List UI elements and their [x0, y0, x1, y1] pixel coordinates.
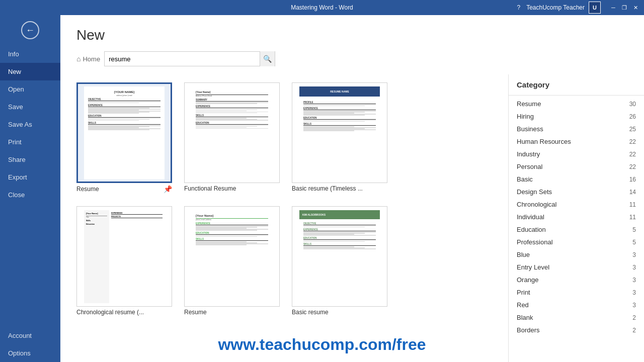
category-item-label: Personal	[517, 163, 542, 170]
category-item[interactable]: Professional5	[509, 236, 644, 248]
category-item-count: 14	[629, 189, 636, 196]
category-header: Category	[509, 74, 644, 96]
category-item-count: 22	[629, 138, 636, 145]
page-title: New	[76, 27, 628, 43]
template-thumb-1: [YOUR NAME] address | phone | email Obje…	[76, 82, 172, 183]
category-item[interactable]: Red3	[509, 299, 644, 311]
category-item-label: Human Resources	[517, 138, 571, 145]
template-thumb-6: KIM ALSOBROOKS Objective Experience	[292, 206, 387, 307]
category-item[interactable]: Orange3	[509, 274, 644, 286]
title-bar: Mastering Word - Word ? TeachUcomp Teach…	[0, 0, 644, 15]
window-controls: ─ ❐ ✕	[609, 3, 640, 12]
main-section: [YOUR NAME] address | phone | email Obje…	[60, 74, 644, 362]
category-item-count: 22	[629, 151, 636, 158]
category-item[interactable]: Education5	[509, 223, 644, 236]
template-label-row-3: Basic resume (Timeless ...	[292, 183, 387, 193]
search-button[interactable]: 🔍	[260, 51, 275, 66]
template-thumb-4: [Your Name] Title Skills	[76, 206, 172, 307]
category-panel: Category Resume30Hiring26Business25Human…	[508, 74, 644, 362]
template-thumb-2: [Your Name] Address | Phone | Email Summ…	[184, 82, 280, 183]
sidebar-item-save[interactable]: Save	[0, 98, 60, 116]
category-item[interactable]: Human Resources22	[509, 135, 644, 148]
category-item-label: Education	[517, 226, 546, 233]
template-card-resume-4[interactable]: [Your Name] Title Skills	[76, 206, 172, 317]
sidebar-item-account[interactable]: Account	[0, 327, 60, 344]
sidebar-item-info[interactable]: Info	[0, 45, 60, 63]
help-button[interactable]: ?	[517, 4, 520, 11]
category-item-label: Chronological	[517, 201, 557, 208]
category-item[interactable]: Business25	[509, 123, 644, 135]
template-label-5: Resume	[184, 309, 207, 316]
minimize-button[interactable]: ─	[609, 3, 618, 12]
home-icon: ⌂	[76, 55, 80, 63]
template-label-4: Chronological resume (...	[76, 309, 144, 316]
category-scroll[interactable]: Resume30Hiring26Business25Human Resource…	[509, 96, 644, 362]
category-item-count: 2	[632, 314, 636, 321]
category-list: Resume30Hiring26Business25Human Resource…	[509, 96, 644, 338]
template-label-row-5: Resume	[184, 307, 280, 317]
category-item[interactable]: Blue3	[509, 248, 644, 261]
category-item-label: Red	[517, 301, 529, 309]
app-body: ← Info New Open Save Save As Print Share…	[0, 15, 644, 362]
category-item-label: Entry Level	[517, 263, 549, 271]
template-card-resume-1[interactable]: [YOUR NAME] address | phone | email Obje…	[76, 82, 172, 194]
category-item[interactable]: Design Sets14	[509, 186, 644, 198]
category-item-count: 3	[632, 302, 636, 309]
sidebar-item-print[interactable]: Print	[0, 133, 60, 151]
category-item[interactable]: Industry22	[509, 148, 644, 160]
category-item[interactable]: Individual11	[509, 211, 644, 223]
category-item-label: Individual	[517, 213, 544, 221]
sidebar-item-open[interactable]: Open	[0, 80, 60, 98]
category-item[interactable]: Chronological11	[509, 198, 644, 211]
template-label-row-4: Chronological resume (...	[76, 307, 172, 317]
category-item[interactable]: Print3	[509, 286, 644, 299]
template-card-resume-5[interactable]: [Your Name] phone | email | address Expe…	[184, 206, 280, 317]
category-item-label: Blue	[517, 251, 530, 258]
category-item[interactable]: Blank2	[509, 311, 644, 324]
search-input[interactable]	[105, 52, 260, 66]
sidebar-item-new[interactable]: New	[0, 63, 60, 80]
category-item-label: Industry	[517, 150, 540, 158]
category-item-count: 30	[629, 101, 636, 108]
sidebar-item-save-as[interactable]: Save As	[0, 116, 60, 133]
template-label-3: Basic resume (Timeless ...	[292, 185, 363, 192]
user-avatar[interactable]: U	[589, 2, 601, 14]
category-item[interactable]: Borders2	[509, 324, 644, 336]
category-item-label: Professional	[517, 238, 553, 246]
category-item-label: Borders	[517, 326, 540, 334]
sidebar-item-close[interactable]: Close	[0, 186, 60, 204]
category-item[interactable]: Hiring26	[509, 110, 644, 123]
title-bar-right: ? TeachUcomp Teacher U ─ ❐ ✕	[517, 2, 640, 14]
close-button[interactable]: ✕	[631, 3, 640, 12]
category-item[interactable]: Resume30	[509, 98, 644, 110]
sidebar-item-export[interactable]: Export	[0, 168, 60, 186]
content-area: New ⌂ Home 🔍	[60, 15, 644, 362]
sidebar-nav: Info New Open Save Save As Print Share E…	[0, 45, 60, 327]
templates-grid: [YOUR NAME] address | phone | email Obje…	[76, 82, 492, 317]
category-item-count: 22	[629, 163, 636, 170]
category-item-count: 2	[632, 327, 636, 334]
template-label-6: Basic resume	[292, 309, 329, 316]
template-card-resume-6[interactable]: KIM ALSOBROOKS Objective Experience	[292, 206, 387, 317]
category-item-label: Basic	[517, 175, 533, 183]
sidebar-item-share[interactable]: Share	[0, 151, 60, 168]
template-thumb-3: RESUME NAME Profile Experience	[292, 82, 387, 183]
category-item[interactable]: Entry Level3	[509, 261, 644, 274]
category-item-label: Blank	[517, 314, 533, 321]
category-item[interactable]: Basic16	[509, 173, 644, 186]
template-card-resume-3[interactable]: RESUME NAME Profile Experience	[292, 82, 387, 194]
search-box: 🔍	[104, 51, 275, 66]
template-label-row-2: Functional Resume	[184, 183, 280, 193]
template-card-resume-2[interactable]: [Your Name] Address | Phone | Email Summ…	[184, 82, 280, 194]
template-label-2: Functional Resume	[184, 185, 236, 192]
restore-button[interactable]: ❐	[620, 3, 629, 12]
pin-icon-1: 📌	[164, 185, 172, 193]
sidebar-item-options[interactable]: Options	[0, 344, 60, 362]
category-item[interactable]: Personal22	[509, 160, 644, 173]
back-button[interactable]: ←	[0, 15, 60, 45]
category-item-count: 25	[629, 126, 636, 133]
home-link[interactable]: ⌂ Home	[76, 55, 100, 63]
search-row: ⌂ Home 🔍	[76, 51, 628, 66]
content-header: New ⌂ Home 🔍	[60, 15, 644, 74]
category-item-count: 11	[629, 214, 636, 221]
